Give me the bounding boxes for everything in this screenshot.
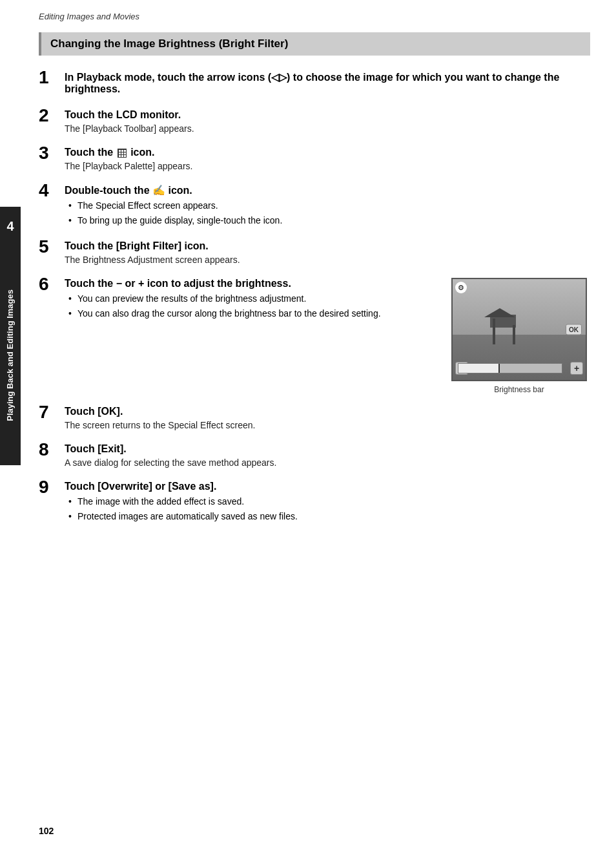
step-3: 3 Touch the icon. The [Playback Palette]… xyxy=(39,147,590,173)
step-4-number: 4 xyxy=(39,182,65,200)
hut-roof-shape xyxy=(484,308,515,317)
step-2-number: 2 xyxy=(39,107,65,125)
step-9-number: 9 xyxy=(39,478,65,496)
step-6-number: 6 xyxy=(39,275,65,293)
brightness-bar-fill xyxy=(458,364,500,373)
step-7: 7 Touch [OK]. The screen returns to the … xyxy=(39,406,590,432)
brightness-bar xyxy=(458,363,562,373)
step-1-title: In Playback mode, touch the arrow icons … xyxy=(65,71,590,95)
sidebar-chapter-label: Playing Back and Editing Images xyxy=(0,246,21,465)
step-1-number: 1 xyxy=(39,68,65,87)
plus-icon: + xyxy=(570,362,583,375)
step-1: 1 In Playback mode, touch the arrow icon… xyxy=(39,71,590,98)
step-4-content: Double-touch the ✍ icon. The Special Eff… xyxy=(65,184,590,229)
step-8-content: Touch [Exit]. A save dialog for selectin… xyxy=(65,443,590,469)
pier-shape xyxy=(493,319,495,344)
step-7-content: Touch [OK]. The screen returns to the Sp… xyxy=(65,406,590,432)
step-4-bullets: The Special Effect screen appears. To br… xyxy=(65,199,590,227)
brightness-bar-label: Brightness bar xyxy=(494,385,544,394)
breadcrumb: Editing Images and Movies xyxy=(39,12,139,21)
step-6-bullets: You can preview the results of the brigh… xyxy=(65,292,438,320)
step-6-layout: Touch the − or + icon to adjust the brig… xyxy=(65,278,590,394)
step-5-title: Touch the [Bright Filter] icon. xyxy=(65,240,590,252)
step-6-image-area: OK ⚙ − + Brightness bar xyxy=(448,278,590,394)
step-8: 8 Touch [Exit]. A save dialog for select… xyxy=(39,443,590,469)
sidebar-chapter-number: 4 xyxy=(0,207,21,246)
step-9-bullet-1: The image with the added effect is saved… xyxy=(68,495,590,508)
step-3-content: Touch the icon. The [Playback Palette] a… xyxy=(65,147,590,173)
step-5-number: 5 xyxy=(39,238,65,256)
step-6-title: Touch the − or + icon to adjust the brig… xyxy=(65,278,438,289)
camera-screen: OK ⚙ − + xyxy=(451,278,587,381)
step-7-title: Touch [OK]. xyxy=(65,406,590,417)
step-6-bullet-2: You can also drag the cursor along the b… xyxy=(68,307,438,320)
grid-icon xyxy=(118,149,127,158)
step-2-title: Touch the LCD monitor. xyxy=(65,109,590,121)
step-3-title: Touch the icon. xyxy=(65,147,590,158)
ok-button-overlay: OK xyxy=(566,324,582,335)
step-8-body: A save dialog for selecting the save met… xyxy=(65,457,590,468)
step-1-content: In Playback mode, touch the arrow icons … xyxy=(65,71,590,98)
step-6: 6 Touch the − or + icon to adjust the br… xyxy=(39,278,590,394)
step-8-number: 8 xyxy=(39,441,65,459)
settings-icon: ⚙ xyxy=(455,282,467,293)
main-content: Changing the Image Brightness (Bright Fi… xyxy=(39,0,590,525)
step-6-text: Touch the − or + icon to adjust the brig… xyxy=(65,278,438,322)
step-3-number: 3 xyxy=(39,144,65,162)
step-4: 4 Double-touch the ✍ icon. The Special E… xyxy=(39,184,590,229)
step-9-title: Touch [Overwrite] or [Save as]. xyxy=(65,481,590,492)
step-9-bullets: The image with the added effect is saved… xyxy=(65,495,590,523)
step-9: 9 Touch [Overwrite] or [Save as]. The im… xyxy=(39,481,590,525)
step-8-title: Touch [Exit]. xyxy=(65,443,590,455)
step-3-body: The [Playback Palette] appears. xyxy=(65,161,590,171)
step-6-content: Touch the − or + icon to adjust the brig… xyxy=(65,278,590,394)
step-2-content: Touch the LCD monitor. The [Playback Too… xyxy=(65,109,590,135)
step-7-number: 7 xyxy=(39,403,65,421)
step-9-bullet-2: Protected images are automatically saved… xyxy=(68,510,590,523)
step-4-title: Double-touch the ✍ icon. xyxy=(65,184,590,196)
step-4-bullet-2: To bring up the guide display, single-to… xyxy=(68,214,590,227)
pier2-shape xyxy=(513,325,515,344)
step-5: 5 Touch the [Bright Filter] icon. The Br… xyxy=(39,240,590,266)
step-2-body: The [Playback Toolbar] appears. xyxy=(65,123,590,134)
step-5-content: Touch the [Bright Filter] icon. The Brig… xyxy=(65,240,590,266)
step-6-bullet-1: You can preview the results of the brigh… xyxy=(68,292,438,306)
step-9-content: Touch [Overwrite] or [Save as]. The imag… xyxy=(65,481,590,525)
page-number: 102 xyxy=(39,826,54,836)
step-4-bullet-1: The Special Effect screen appears. xyxy=(68,199,590,213)
step-7-body: The screen returns to the Special Effect… xyxy=(65,420,590,430)
sidebar-chapter-text: Playing Back and Editing Images xyxy=(5,289,16,421)
section-title: Changing the Image Brightness (Bright Fi… xyxy=(39,32,590,56)
step-2: 2 Touch the LCD monitor. The [Playback T… xyxy=(39,109,590,135)
step-5-body: The Brightness Adjustment screen appears… xyxy=(65,255,590,265)
camera-scene: OK ⚙ − + xyxy=(453,279,586,380)
